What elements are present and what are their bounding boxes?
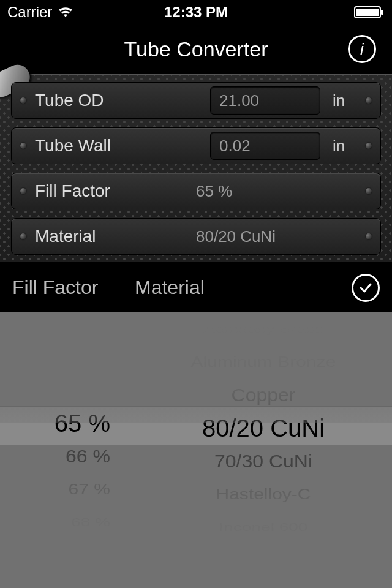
- picker-col-header-fill: Fill Factor: [12, 276, 135, 299]
- label-material: Material: [35, 227, 196, 246]
- picker-item[interactable]: 65 %: [55, 407, 110, 440]
- rivet-icon: [366, 233, 372, 239]
- field-material[interactable]: Material 80/20 CuNi: [11, 218, 381, 255]
- unit-tube-wall: in: [320, 137, 357, 156]
- picker-item[interactable]: 66 %: [66, 441, 110, 472]
- picker: 65 % 66 % 67 % 68 % Admiralty Brass Alum…: [0, 312, 392, 588]
- rivet-icon: [20, 143, 26, 149]
- field-tube-od: Tube OD 21.00 in: [11, 82, 381, 119]
- carrier-label: Carrier: [7, 4, 52, 21]
- svg-rect-2: [381, 10, 383, 15]
- picker-column-material[interactable]: Admiralty Brass Aluminum Bronze Copper 8…: [135, 312, 392, 588]
- picker-column-fill[interactable]: 65 % 66 % 67 % 68 %: [0, 312, 135, 588]
- rivet-icon: [366, 188, 372, 194]
- unit-tube-od: in: [320, 91, 357, 110]
- input-panel: Tube OD 21.00 in Tube Wall 0.02 in Fill …: [0, 74, 392, 263]
- picker-item[interactable]: Aluminum Bronze: [191, 349, 336, 375]
- picker-item[interactable]: 80/20 CuNi: [202, 412, 325, 445]
- page-title: Tube Converter: [124, 37, 268, 61]
- picker-item[interactable]: 68 %: [71, 511, 110, 533]
- picker-item[interactable]: Hastelloy-C: [216, 481, 311, 507]
- field-tube-wall: Tube Wall 0.02 in: [11, 127, 381, 164]
- rivet-icon: [20, 97, 26, 104]
- field-fill-factor[interactable]: Fill Factor 65 %: [11, 173, 381, 209]
- svg-rect-1: [356, 9, 379, 16]
- nav-bar: Tube Converter i: [0, 24, 392, 74]
- picker-item[interactable]: 70/30 CuNi: [214, 446, 312, 477]
- label-tube-wall: Tube Wall: [35, 136, 210, 156]
- picker-col-header-material: Material: [135, 276, 205, 299]
- check-icon: [358, 281, 373, 295]
- rivet-icon: [20, 188, 26, 194]
- picker-item[interactable]: 67 %: [69, 476, 110, 502]
- label-fill-factor: Fill Factor: [35, 181, 196, 201]
- picker-item[interactable]: Admiralty Brass: [203, 318, 323, 339]
- input-tube-wall[interactable]: 0.02: [210, 132, 320, 160]
- picker-header: Fill Factor Material: [0, 263, 392, 312]
- value-fill-factor: 65 %: [196, 182, 357, 201]
- battery-icon: [354, 6, 385, 18]
- wifi-icon: [57, 6, 74, 18]
- input-tube-od[interactable]: 21.00: [210, 86, 320, 115]
- rivet-icon: [20, 233, 26, 239]
- info-button[interactable]: i: [348, 35, 376, 63]
- rivet-icon: [366, 97, 372, 104]
- status-bar: Carrier 12:33 PM: [0, 0, 392, 24]
- value-material: 80/20 CuNi: [196, 227, 357, 246]
- picker-item[interactable]: Copper: [232, 380, 296, 410]
- rivet-icon: [366, 143, 372, 149]
- info-icon: i: [360, 40, 364, 59]
- label-tube-od: Tube OD: [35, 91, 210, 110]
- picker-item[interactable]: Inconel 600: [219, 516, 308, 538]
- confirm-button[interactable]: [352, 274, 380, 302]
